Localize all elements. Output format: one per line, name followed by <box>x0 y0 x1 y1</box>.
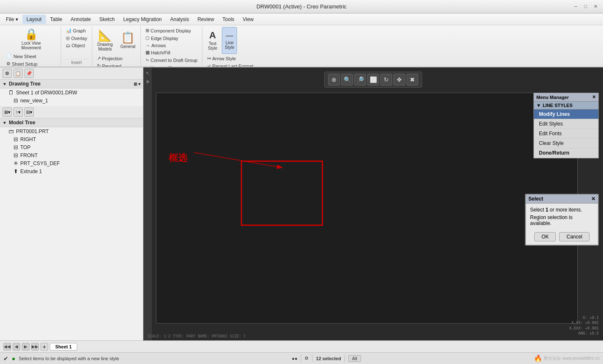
title-bar: DRW0001 (Active) - Creo Parametric ─ □ ✕ <box>0 0 603 13</box>
canvas-tool-box[interactable]: ⬜ <box>367 74 379 86</box>
panel-btn-2[interactable]: 📋 <box>13 69 23 78</box>
window-controls[interactable]: ─ □ ✕ <box>572 3 600 10</box>
mm-item-clear-style[interactable]: Clear Style <box>534 139 598 148</box>
extrude-icon: ⬆ <box>13 168 18 174</box>
mm-item-done-return[interactable]: Done/Return <box>534 148 598 158</box>
general-icon: 📋 <box>121 32 135 43</box>
canvas-tool-reset[interactable]: ✖ <box>406 74 418 86</box>
sheet-prev-btn[interactable]: ◀ <box>13 343 20 351</box>
text-style-btn[interactable]: A TextStyle <box>205 27 220 54</box>
drawing-tree-header[interactable]: ▼ Drawing Tree ⊞ ▾ <box>0 80 143 88</box>
canvas-tool-magnify[interactable]: ⊕ <box>328 74 340 86</box>
repeat-format-btn[interactable]: ⤾ Repeat Last Format <box>205 62 255 67</box>
canvas-area[interactable]: ↖ ⊕ ⊕ 🔍 🔎 ⬜ ↻ ✥ ✖ 框选 <box>143 67 603 340</box>
move-sheet-btn[interactable]: ▶ Move to Sheet <box>143 64 199 67</box>
drawing-tree-item-sheet[interactable]: 🗒 Sheet 1 of DRW0001.DRW <box>0 88 143 96</box>
drawing-tree-arrow: ▼ <box>3 82 7 86</box>
menu-tools[interactable]: Tools <box>218 15 239 24</box>
hatch-fill-btn[interactable]: ▦ Hatch/Fill <box>143 49 199 56</box>
convert-draft-btn[interactable]: ⤷ Convert to Draft Group <box>143 56 199 64</box>
sheet-first-btn[interactable]: ◀◀ <box>3 343 11 351</box>
drawing-tree-options[interactable]: ⊞ ▾ <box>134 82 140 86</box>
menu-layout[interactable]: Layout <box>22 15 46 24</box>
mm-item-edit-fonts[interactable]: Edit Fonts <box>534 129 598 139</box>
lock-view-label: Lock ViewMovement <box>22 41 41 50</box>
sheet-add-btn[interactable]: + <box>40 343 48 351</box>
model-tree-prt[interactable]: 🗃 PRT0001.PRT <box>0 127 143 135</box>
model-tree-extrude[interactable]: ⬆ Extrude 1 <box>0 167 143 175</box>
general-btn[interactable]: 📋 General <box>118 27 138 54</box>
canvas-tool-rotate[interactable]: ↻ <box>380 74 392 86</box>
drawing-models-btn[interactable]: 📐 DrawingModels <box>95 27 116 54</box>
vert-tool-select[interactable]: ↖ <box>144 69 151 77</box>
new-sheet-btn[interactable]: 📄 New Sheet <box>4 53 58 60</box>
component-display-btn[interactable]: ⊞ Component Display <box>143 27 199 34</box>
line-style-icon: — <box>226 32 233 39</box>
sheet-setup-btn[interactable]: ⚙ Sheet Setup <box>4 60 58 67</box>
restore-button[interactable]: □ <box>582 3 589 10</box>
mm-item-edit-styles[interactable]: Edit Styles <box>534 119 598 129</box>
arrows-btn[interactable]: → Arrows <box>143 42 199 49</box>
model-tree-btn-2[interactable]: ↑▾ <box>13 107 23 117</box>
sheet-tab-1[interactable]: Sheet 1 <box>50 343 77 351</box>
select-line2: Region selection is available. <box>530 214 594 226</box>
view-icon: ⊟ <box>13 97 18 104</box>
canvas-tool-zoom-in[interactable]: 🔍 <box>341 74 353 86</box>
menu-manager-header: Menu Manager ✕ <box>534 93 598 102</box>
mm-item-modify-lines[interactable]: Modify Lines <box>534 110 598 119</box>
panel-toolbar-top: ⚙ 📋 📌 <box>0 67 143 80</box>
revolved-btn[interactable]: ↻ Revolved <box>95 62 138 67</box>
minimize-button[interactable]: ─ <box>572 3 580 10</box>
menu-view[interactable]: View <box>239 15 258 24</box>
menu-legacy[interactable]: Legacy Migration <box>119 15 166 24</box>
model-tree-front[interactable]: ⊟ FRONT <box>0 151 143 159</box>
status-settings-icon[interactable]: ⚙ <box>304 356 309 361</box>
close-button[interactable]: ✕ <box>592 3 600 10</box>
menu-annotate[interactable]: Annotate <box>66 15 95 24</box>
edge-display-btn[interactable]: ⬡ Edge Display <box>143 35 199 42</box>
canvas-coordinates: X: +0.1 X,XX: +0.001 X,XXX: +0.001 ANG: … <box>569 315 599 336</box>
model-tree-btn-3[interactable]: ⊟▾ <box>24 107 34 117</box>
prt-icon: 🗃 <box>8 128 14 134</box>
lock-view-btn[interactable]: 🔒 Lock ViewMovement <box>19 27 44 52</box>
drawing-tree-item-view[interactable]: ⊟ new_view_1 <box>0 96 143 104</box>
model-tree-header[interactable]: ▼ Model Tree <box>0 118 143 127</box>
panel-btn-1[interactable]: ⚙ <box>3 69 12 78</box>
model-tree-btn-1[interactable]: ⊞▾ <box>3 107 12 117</box>
panel-btn-3[interactable]: 📌 <box>24 69 34 78</box>
canvas-tool-zoom-out[interactable]: 🔎 <box>354 74 366 86</box>
model-tree-top[interactable]: ⊟ TOP <box>0 143 143 151</box>
vert-tool-zoom[interactable]: ⊕ <box>144 78 151 85</box>
main-layout: ⚙ 📋 📌 ▼ Drawing Tree ⊞ ▾ 🗒 Sheet 1 of DR… <box>0 67 603 340</box>
watermark-text2: www.proewildfire.cn <box>563 356 600 361</box>
filter-btn[interactable]: All <box>348 355 361 362</box>
projection-btn[interactable]: ↗ Projection <box>95 55 138 62</box>
object-btn[interactable]: 🗂 Object <box>64 42 89 49</box>
graph-btn[interactable]: 📊 Graph <box>64 27 89 34</box>
select-dialog-header: Select ✕ <box>526 195 598 203</box>
ribbon-group-drawing-views: 📐 DrawingModels 📋 General ↗ Projection ↻… <box>92 26 141 66</box>
menu-table[interactable]: Table <box>46 15 67 24</box>
front-icon: ⊟ <box>13 152 18 158</box>
sheet-last-btn[interactable]: ▶▶ <box>31 343 39 351</box>
canvas-tool-pan[interactable]: ✥ <box>393 74 405 86</box>
sheet-nav: ◀◀ ◀ ▶ ▶▶ + Sheet 1 <box>0 340 603 352</box>
select-dialog-close[interactable]: ✕ <box>591 196 595 202</box>
canvas-left-toolbar: ↖ ⊕ <box>143 67 152 340</box>
overlay-btn[interactable]: ◎ Overlay <box>64 35 89 42</box>
menu-sketch[interactable]: Sketch <box>95 15 119 24</box>
model-tree-right[interactable]: ⊟ RIGHT <box>0 135 143 143</box>
menu-manager-close[interactable]: ✕ <box>592 94 596 100</box>
line-style-btn[interactable]: — LineStyle <box>222 27 237 54</box>
select-cancel-button[interactable]: Cancel <box>559 232 589 241</box>
select-ok-button[interactable]: OK <box>534 232 556 241</box>
ribbon-group-document: 🔒 Lock ViewMovement 📄 New Sheet ⚙ Sheet … <box>2 26 61 66</box>
sheet-next-btn[interactable]: ▶ <box>22 343 30 351</box>
text-style-icon: A <box>209 31 216 40</box>
canvas-status-bar: SCALE: 1:2 TYPE: PART NAME: PRT0001 SIZE… <box>148 334 246 338</box>
menu-file[interactable]: File ▾ <box>2 15 22 24</box>
menu-review[interactable]: Review <box>193 15 218 24</box>
menu-analysis[interactable]: Analysis <box>166 15 194 24</box>
model-tree-csys[interactable]: ✳ PRT_CSYS_DEF <box>0 159 143 167</box>
arrow-style-btn[interactable]: ↣ Arrow Style <box>205 55 255 62</box>
